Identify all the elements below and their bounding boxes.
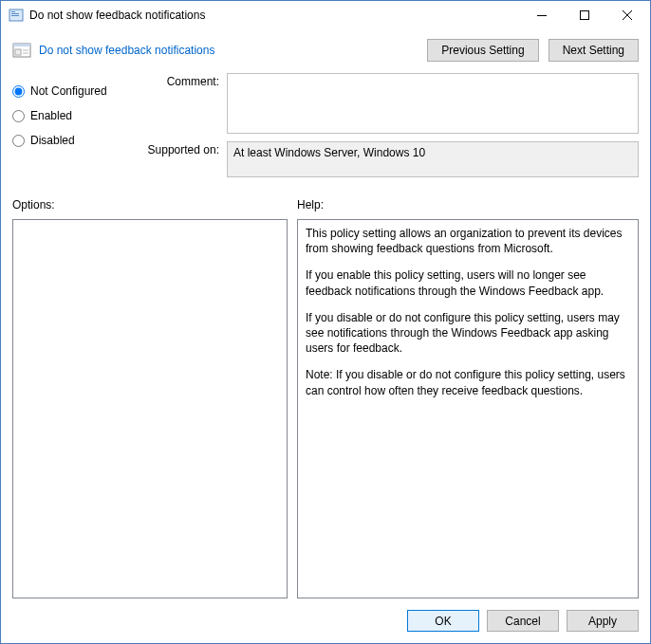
options-box[interactable] [12,219,288,598]
minimize-button[interactable] [520,2,563,28]
radio-not-configured[interactable]: Not Configured [12,79,136,103]
radio-disabled-label: Disabled [30,134,75,147]
header: Do not show feedback notifications Previ… [1,29,650,69]
options-column: Options: [12,193,288,598]
window-title: Do not show feedback notifications [29,9,520,22]
policy-icon [12,41,31,60]
comment-input[interactable] [227,73,639,134]
svg-rect-10 [23,52,28,54]
comment-label: Comment: [147,73,223,134]
supported-on-value: At least Windows Server, Windows 10 [227,141,639,177]
svg-rect-9 [23,49,28,51]
next-setting-button[interactable]: Next Setting [549,39,639,62]
svg-rect-3 [11,15,19,16]
radio-enabled-label: Enabled [30,109,72,122]
svg-rect-8 [15,49,21,55]
fields: Comment: Supported on: At least Windows … [147,73,639,185]
radio-disabled[interactable]: Disabled [12,128,136,153]
radio-not-configured-input[interactable] [12,85,25,98]
options-label: Options: [12,198,288,212]
help-paragraph: If you disable or do not configure this … [306,310,630,357]
help-paragraph: This policy setting allows an organizati… [306,226,630,256]
help-paragraph: Note: If you disable or do not configure… [306,367,630,397]
group-policy-icon [9,8,24,23]
cancel-button[interactable]: Cancel [487,610,559,632]
radio-enabled[interactable]: Enabled [12,103,136,128]
state-radios: Not Configured Enabled Disabled [12,73,136,185]
svg-rect-1 [11,11,15,12]
svg-rect-7 [13,44,30,46]
policy-title: Do not show feedback notifications [39,44,418,57]
help-label: Help: [297,198,639,212]
maximize-button[interactable] [563,2,605,28]
footer: OK Cancel Apply [1,598,650,643]
radio-enabled-input[interactable] [12,110,25,122]
previous-setting-button[interactable]: Previous Setting [427,39,538,62]
ok-button[interactable]: OK [407,610,479,632]
title-bar: Do not show feedback notifications [1,1,650,29]
body-section: Options: Help: This policy setting allow… [1,185,650,598]
apply-button[interactable]: Apply [567,610,639,632]
help-box[interactable]: This policy setting allows an organizati… [297,219,639,598]
supported-label: Supported on: [147,141,223,177]
radio-disabled-input[interactable] [12,135,25,147]
help-column: Help: This policy setting allows an orga… [297,193,639,598]
svg-rect-2 [11,13,19,14]
radio-not-configured-label: Not Configured [30,84,107,98]
config-section: Not Configured Enabled Disabled Comment:… [1,69,650,185]
close-button[interactable] [605,2,648,28]
help-paragraph: If you enable this policy setting, users… [306,267,630,298]
